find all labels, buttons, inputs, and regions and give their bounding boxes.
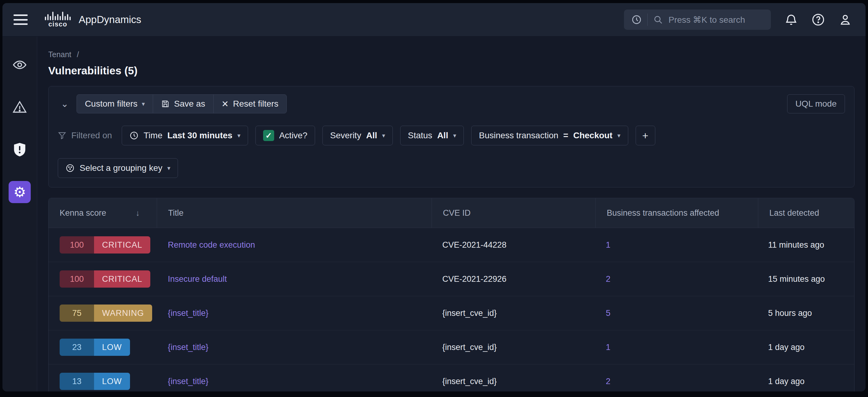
recent-history-clock-icon[interactable]: [631, 14, 642, 25]
kenna-score-value: 100: [60, 236, 94, 254]
severity-badge: 13 LOW: [60, 373, 130, 390]
last-detected-cell: 5 hours ago: [757, 308, 854, 318]
filter-toolbar: ⌄ Custom filters ▾ Save a: [58, 94, 845, 113]
active-filter-label: Active?: [279, 131, 307, 140]
gear-icon: ⚙: [13, 185, 26, 199]
global-search-input[interactable]: Press ⌘K to search: [624, 9, 771, 30]
notifications-bell-icon[interactable]: [784, 13, 798, 26]
title-cell: Remote code execution: [157, 240, 431, 250]
kenna-score-cell: 75 WARNING: [49, 304, 157, 322]
sidebar-item-vulnerabilities[interactable]: [9, 139, 31, 161]
collapse-chevron-icon[interactable]: ⌄: [61, 101, 68, 107]
table-row: 100 CRITICAL Insecure default CVE-2021-2…: [49, 262, 854, 296]
column-header-cve-id[interactable]: CVE ID: [432, 198, 595, 228]
vulnerability-title-link[interactable]: {inset_title}: [168, 342, 208, 352]
chevron-down-icon: ▾: [142, 100, 145, 107]
severity-badge: 75 WARNING: [60, 304, 152, 322]
business-transaction-filter-chip[interactable]: Business transaction = Checkout ▾: [471, 126, 628, 145]
column-header-bt-affected[interactable]: Business transactions affected: [595, 198, 758, 228]
warning-triangle-icon: [12, 100, 27, 114]
custom-filters-dropdown[interactable]: Custom filters ▾: [77, 95, 153, 113]
bt-affected-cell: 1: [595, 240, 757, 250]
chevron-down-icon: ▾: [167, 164, 170, 172]
title-header-label: Title: [168, 208, 184, 218]
kenna-score-cell: 23 LOW: [49, 339, 157, 356]
cisco-logo: cisco: [45, 12, 71, 28]
last-detected-cell: 11 minutes ago: [757, 240, 854, 250]
uql-mode-button[interactable]: UQL mode: [787, 94, 845, 113]
vulnerability-title-link[interactable]: {inset_title}: [168, 308, 208, 318]
custom-filters-label: Custom filters: [85, 99, 137, 109]
bt-affected-link[interactable]: 1: [606, 342, 611, 352]
last-detected-cell: 15 minutes ago: [757, 274, 854, 284]
column-header-kenna-score[interactable]: Kenna score ↓: [49, 198, 157, 228]
severity-label: LOW: [94, 339, 130, 356]
column-header-title[interactable]: Title: [157, 198, 432, 228]
help-question-icon[interactable]: [811, 13, 825, 26]
cve-id-cell: {insert_cve_id}: [431, 377, 595, 386]
severity-label: WARNING: [94, 304, 152, 322]
table-header-row: Kenna score ↓ Title CVE ID Business tran…: [49, 198, 854, 228]
save-as-label: Save as: [174, 99, 205, 109]
time-filter-chip[interactable]: Time Last 30 minutes ▾: [122, 126, 248, 145]
status-filter-chip[interactable]: Status All ▾: [400, 126, 464, 145]
bt-affected-link[interactable]: 1: [606, 240, 611, 250]
severity-badge: 100 CRITICAL: [60, 270, 150, 288]
severity-filter-chip[interactable]: Severity All ▾: [322, 126, 393, 145]
kenna-score-value: 75: [60, 304, 94, 322]
shield-exclamation-icon: [13, 142, 26, 157]
search-divider: [647, 13, 648, 26]
filtered-on-label: Filtered on: [71, 131, 112, 140]
active-filter-chip[interactable]: ✓ Active?: [255, 126, 315, 145]
kenna-score-cell: 13 LOW: [49, 373, 157, 390]
save-floppy-icon: [161, 100, 170, 108]
column-header-last-detected[interactable]: Last detected: [758, 198, 854, 228]
cve-id-header-label: CVE ID: [443, 208, 471, 218]
search-placeholder: Press ⌘K to search: [669, 15, 745, 25]
vulnerability-title-link[interactable]: Insecure default: [168, 274, 227, 284]
bt-affected-link[interactable]: 2: [606, 274, 611, 284]
clock-icon: [129, 131, 138, 140]
grouping-key-dropdown[interactable]: Select a grouping key ▾: [58, 158, 178, 178]
reset-filters-button[interactable]: ✕ Reset filters: [213, 95, 286, 113]
table-row: 23 LOW {inset_title} {insert_cve_id} 1 1…: [49, 330, 854, 364]
chevron-down-icon: ▾: [382, 132, 385, 139]
breadcrumb-tenant[interactable]: Tenant: [48, 50, 71, 59]
sidebar-item-settings[interactable]: ⚙: [9, 181, 31, 203]
funnel-filter-icon: [58, 131, 66, 140]
title-cell: {inset_title}: [157, 342, 431, 352]
breadcrumb-separator: /: [77, 50, 79, 59]
time-filter-label: Time: [144, 131, 162, 140]
severity-filter-label: Severity: [330, 131, 361, 140]
kenna-score-value: 13: [60, 373, 94, 390]
active-checkbox[interactable]: ✓: [263, 130, 274, 141]
bt-affected-link[interactable]: 5: [606, 308, 611, 318]
user-profile-icon[interactable]: [838, 13, 852, 26]
vulnerability-title-link[interactable]: {inset_title}: [168, 377, 208, 386]
sidebar-item-alerts[interactable]: [9, 96, 31, 118]
kenna-score-value: 100: [60, 270, 94, 288]
status-filter-label: Status: [408, 131, 432, 140]
brand: cisco AppDynamics: [45, 12, 142, 28]
sidebar-item-observe[interactable]: [9, 54, 31, 76]
cve-id-cell: CVE-2021-44228: [431, 240, 595, 250]
save-as-button[interactable]: Save as: [153, 95, 213, 113]
filter-panel: ⌄ Custom filters ▾ Save a: [48, 86, 855, 188]
reset-filters-label: Reset filters: [233, 99, 278, 109]
title-cell: {inset_title}: [157, 308, 431, 318]
bt-affected-cell: 2: [595, 274, 757, 284]
bt-affected-link[interactable]: 2: [606, 377, 611, 386]
close-icon: ✕: [222, 99, 229, 109]
vulnerability-title-link[interactable]: Remote code execution: [168, 240, 255, 250]
bt-affected-cell: 5: [595, 308, 757, 318]
cve-id-cell: {insert_cve_id}: [431, 308, 595, 318]
bt-filter-value: Checkout: [573, 131, 613, 140]
hamburger-menu-icon[interactable]: [13, 14, 28, 25]
active-filters-row: Filtered on Time Last 30 minutes ▾: [58, 126, 845, 145]
severity-badge: 100 CRITICAL: [60, 236, 150, 254]
add-filter-button[interactable]: +: [636, 126, 655, 145]
grouping-key-label: Select a grouping key: [80, 163, 162, 173]
last-detected-cell: 1 day ago: [757, 342, 854, 352]
sort-descending-icon[interactable]: ↓: [136, 208, 140, 218]
bt-filter-operator: =: [563, 131, 568, 140]
